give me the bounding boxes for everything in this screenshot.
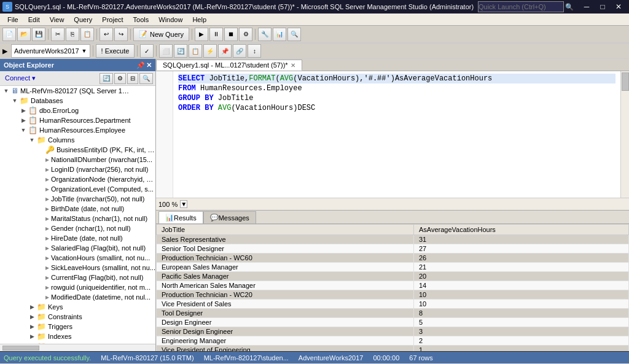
tb-save[interactable]: 💾: [32, 28, 45, 41]
table-row[interactable]: Sales Representative31: [157, 235, 629, 244]
menu-view[interactable]: View: [45, 15, 69, 25]
quick-launch-input[interactable]: [478, 1, 564, 12]
tree-item[interactable]: ▸NationalIDNumber (nvarchar(15...: [0, 155, 155, 165]
oe-refresh-btn[interactable]: 🔄: [100, 73, 113, 84]
tb-btn6[interactable]: 📊: [273, 28, 286, 41]
tb-btn4[interactable]: ⚙: [239, 28, 252, 41]
results-tab-results[interactable]: 📊 Results: [158, 211, 203, 223]
oe-close-icon[interactable]: ✕: [146, 61, 152, 69]
tree-item[interactable]: ▸ModifiedDate (datetime, not nul...: [0, 292, 155, 302]
maximize-button[interactable]: □: [595, 0, 611, 14]
oe-collapse-btn[interactable]: ⊟: [127, 73, 138, 84]
tree-item[interactable]: ▸Gender (nchar(1), not null): [0, 223, 155, 233]
tree-item[interactable]: 🔑BusinessEntityID (PK, FK, int, not...: [0, 145, 155, 155]
menu-project[interactable]: Project: [97, 15, 128, 25]
oe-scrollbar-x[interactable]: [0, 344, 155, 351]
tb-copy[interactable]: ⎘: [66, 28, 79, 41]
cell-jobtitle: Production Technician - WC60: [157, 254, 414, 263]
table-row[interactable]: Pacific Sales Manager20: [157, 272, 629, 281]
tb-debug4[interactable]: ⚡: [203, 44, 217, 58]
menu-help[interactable]: Help: [187, 15, 211, 25]
table-row[interactable]: North American Sales Manager14: [157, 281, 629, 290]
tree-item[interactable]: ▼📁Columns: [0, 135, 155, 145]
tb-paste[interactable]: 📋: [80, 28, 94, 41]
oe-connect-button[interactable]: Connect ▾: [2, 73, 38, 83]
tree-item[interactable]: ▸rowguid (uniqueidentifier, not m...: [0, 282, 155, 292]
tb-btn7[interactable]: 🔍: [287, 28, 301, 41]
table-row[interactable]: Senior Design Engineer3: [157, 327, 629, 336]
tb-btn3[interactable]: ⏹: [224, 28, 238, 41]
tb-file-new[interactable]: 📄: [2, 28, 16, 41]
tree-type-icon: 📋: [28, 126, 37, 134]
tb-debug7[interactable]: ↕: [248, 44, 261, 58]
zoom-dropdown-button[interactable]: ▼: [180, 200, 187, 208]
tree-item[interactable]: ▶📁Triggers: [0, 322, 155, 331]
tree-item[interactable]: ▸SalariedFlag (Flag(bit), not null): [0, 243, 155, 253]
tree-item[interactable]: ▼📁Databases: [0, 96, 155, 106]
menu-window[interactable]: Window: [154, 15, 187, 25]
tree-item[interactable]: ▸VacationHours (smallint, not nu...: [0, 253, 155, 263]
table-row[interactable]: Production Technician - WC6026: [157, 254, 629, 263]
db-dropdown[interactable]: AdventureWorks2017 ▼: [11, 44, 90, 58]
tb-undo[interactable]: ↩: [100, 28, 113, 41]
minimize-button[interactable]: ─: [579, 0, 595, 14]
tree-item[interactable]: ▶📁Constraints: [0, 312, 155, 322]
tb-btn5[interactable]: 🔧: [258, 28, 272, 41]
tab-close-icon-1[interactable]: ✕: [291, 62, 295, 69]
editor-scrollbar[interactable]: [620, 71, 629, 198]
tree-item-label: VacationHours (smallint, not nu...: [51, 254, 150, 261]
tb-redo[interactable]: ↪: [114, 28, 128, 41]
menu-file[interactable]: File: [2, 15, 23, 25]
oe-pin-icon[interactable]: 📌: [136, 61, 145, 69]
toolbar-row-1: 📄 📂 💾 ✂ ⎘ 📋 ↩ ↪ 📝 New Query ▶ ⏸ ⏹ ⚙ 🔧 📊 …: [0, 26, 629, 43]
editor-tab-1[interactable]: SQLQuery1.sql - ML...0127\student (57))*…: [156, 60, 302, 71]
tree-item[interactable]: ▸JobTitle (nvarchar(50), not null): [0, 194, 155, 204]
tree-item[interactable]: ▶📋HumanResources.Department: [0, 115, 155, 125]
tb-debug5[interactable]: 📌: [218, 44, 232, 58]
tree-item[interactable]: ▸SickLeaveHours (smallint, not nu...: [0, 263, 155, 273]
tb-btn1[interactable]: ▶: [195, 28, 208, 41]
oe-filter-btn[interactable]: ⚙: [114, 73, 126, 84]
tb-open[interactable]: 📂: [17, 28, 31, 41]
tb-cut[interactable]: ✂: [51, 28, 64, 41]
table-row[interactable]: Production Technician - WC2010: [157, 290, 629, 300]
results-tab-messages[interactable]: 💬 Messages: [203, 211, 256, 223]
tree-item[interactable]: ▼📋HumanResources.Employee: [0, 125, 155, 135]
tb-debug6[interactable]: 🔗: [233, 44, 246, 58]
menu-query[interactable]: Query: [69, 15, 97, 25]
tree-type-icon: ▸: [45, 155, 49, 164]
table-row[interactable]: Senior Tool Designer27: [157, 244, 629, 254]
tree-item[interactable]: ▶📁Keys: [0, 302, 155, 312]
table-row[interactable]: Engineering Manager2: [157, 336, 629, 346]
execute-button[interactable]: ! Execute: [96, 44, 135, 58]
tree-item[interactable]: ▸CurrentFlag (Flag(bit), not null): [0, 273, 155, 282]
tree-item[interactable]: ▸OrganizationNode (hierarchyid, n...: [0, 174, 155, 184]
table-row[interactable]: Vice President of Engineering1: [157, 346, 629, 352]
menu-tools[interactable]: Tools: [128, 15, 154, 25]
tree-item[interactable]: ▶📋dbo.ErrorLog: [0, 106, 155, 115]
table-row[interactable]: Vice President of Sales10: [157, 300, 629, 309]
tb-debug3[interactable]: 📋: [189, 44, 202, 58]
tree-item[interactable]: ▸BirthDate (date, not null): [0, 204, 155, 214]
tree-expand-icon: ▶: [27, 304, 37, 310]
oe-properties-btn[interactable]: 🔍: [139, 73, 153, 84]
tb-btn2[interactable]: ⏸: [209, 28, 223, 41]
tree-item[interactable]: ▸MaritalStatus (nchar(1), not null): [0, 214, 155, 223]
sql-editor[interactable]: SELECT JobTitle,FORMAT(AVG(VacationHours…: [173, 71, 620, 195]
tree-item[interactable]: ▸LoginID (nvarchar(256), not null): [0, 165, 155, 174]
new-query-icon: 📝: [139, 30, 147, 38]
table-row[interactable]: European Sales Manager21: [157, 263, 629, 272]
table-row[interactable]: Tool Designer8: [157, 309, 629, 318]
new-query-button[interactable]: 📝 New Query: [133, 28, 189, 41]
tree-item[interactable]: ▸HireDate (date, not null): [0, 233, 155, 243]
tb-debug1[interactable]: ⬜: [159, 44, 173, 58]
tb-checkmark[interactable]: ✓: [140, 44, 154, 58]
table-row[interactable]: Design Engineer5: [157, 318, 629, 327]
tree-item[interactable]: ▸OrganizationLevel (Computed, s...: [0, 184, 155, 194]
tb-debug2[interactable]: 🔄: [174, 44, 187, 58]
tree-item[interactable]: ▶📁Indexes: [0, 331, 155, 341]
tree-item[interactable]: ▼🖥ML-RefVm-820127 (SQL Server 15.0 RTMCU…: [0, 86, 155, 96]
window-controls: ─ □ ✕: [579, 0, 627, 14]
menu-edit[interactable]: Edit: [23, 15, 45, 25]
close-button[interactable]: ✕: [611, 0, 627, 14]
